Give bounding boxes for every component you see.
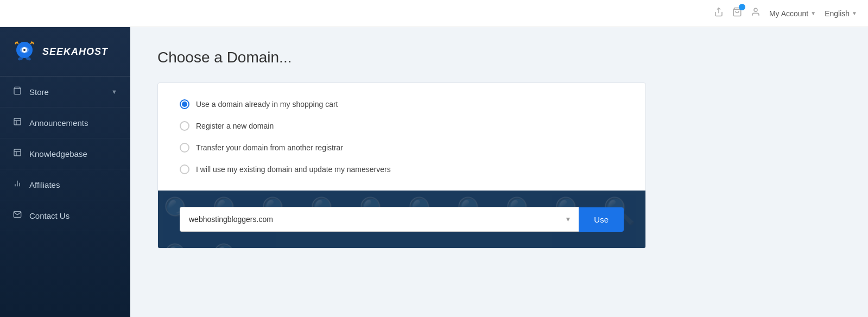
radio-circle-cart [180, 99, 189, 109]
knowledgebase-label: Knowledgebase [29, 149, 87, 158]
announcements-label: Announcements [29, 118, 88, 128]
cart-badge [739, 4, 745, 10]
language-chevron: ▼ [852, 10, 857, 16]
radio-label-transfer: Transfer your domain from another regist… [196, 143, 343, 152]
sidebar-item-affiliates[interactable]: Affiliates [0, 169, 130, 200]
user-icon [751, 7, 761, 20]
use-button[interactable]: Use [579, 207, 624, 232]
sidebar: SEEKAHOST Store ▼ Announcements Kno [0, 27, 130, 317]
top-header: My Account ▼ English ▼ [0, 0, 868, 27]
main-content: Choose a Domain... Use a domain already … [130, 27, 868, 317]
store-chevron: ▼ [111, 88, 117, 95]
page-title: Choose a Domain... [157, 49, 841, 66]
svg-point-1 [754, 8, 757, 11]
radio-option-existing[interactable]: I will use my existing domain and update… [180, 164, 624, 174]
store-icon [13, 86, 22, 97]
radio-label-new: Register a new domain [196, 122, 274, 130]
domain-select[interactable]: webhostingbloggers.com [180, 207, 579, 232]
sidebar-nav: Store ▼ Announcements Knowledgebase Aff [0, 77, 130, 231]
affiliates-icon [13, 179, 22, 190]
sidebar-item-store[interactable]: Store ▼ [0, 77, 130, 107]
svg-rect-9 [14, 118, 21, 125]
sidebar-item-contact-us[interactable]: Contact Us [0, 200, 130, 231]
domain-select-section: 🔍 🔍 🔍 🔍 🔍 🔍 🔍 🔍 🔍 🔍 🔍 🔍 [158, 191, 645, 248]
cart-icon[interactable] [732, 7, 742, 20]
svg-rect-12 [14, 149, 21, 156]
logo-image [11, 38, 38, 65]
logo-area: SEEKAHOST [0, 27, 130, 77]
layout: SEEKAHOST Store ▼ Announcements Kno [0, 27, 868, 317]
radio-label-cart: Use a domain already in my shopping cart [196, 100, 338, 109]
contact-us-label: Contact Us [29, 211, 69, 220]
sidebar-item-announcements[interactable]: Announcements [0, 107, 130, 138]
radio-circle-transfer [180, 143, 189, 153]
options-section: Use a domain already in my shopping cart… [158, 83, 645, 191]
radio-circle-existing [180, 164, 189, 174]
radio-circle-new [180, 121, 189, 131]
my-account-link[interactable]: My Account ▼ [769, 9, 816, 18]
svg-point-5 [23, 49, 26, 51]
contact-icon [13, 210, 22, 221]
my-account-chevron: ▼ [810, 10, 816, 16]
radio-option-cart[interactable]: Use a domain already in my shopping cart [180, 99, 624, 109]
share-icon[interactable] [714, 7, 724, 20]
sidebar-item-knowledgebase[interactable]: Knowledgebase [0, 138, 130, 169]
radio-option-new[interactable]: Register a new domain [180, 121, 624, 131]
knowledgebase-icon [13, 148, 22, 159]
radio-label-existing: I will use my existing domain and update… [196, 165, 391, 174]
logo-text: SEEKAHOST [42, 46, 108, 58]
domain-select-wrapper: webhostingbloggers.com ▼ [180, 207, 579, 232]
domain-card: Use a domain already in my shopping cart… [157, 83, 646, 249]
affiliates-label: Affiliates [29, 180, 60, 189]
store-label: Store [29, 87, 49, 97]
language-link[interactable]: English ▼ [825, 9, 857, 18]
header-icons: My Account ▼ English ▼ [714, 7, 857, 20]
radio-option-transfer[interactable]: Transfer your domain from another regist… [180, 143, 624, 153]
announcements-icon [13, 117, 22, 128]
domain-select-row: webhostingbloggers.com ▼ Use [180, 207, 624, 232]
